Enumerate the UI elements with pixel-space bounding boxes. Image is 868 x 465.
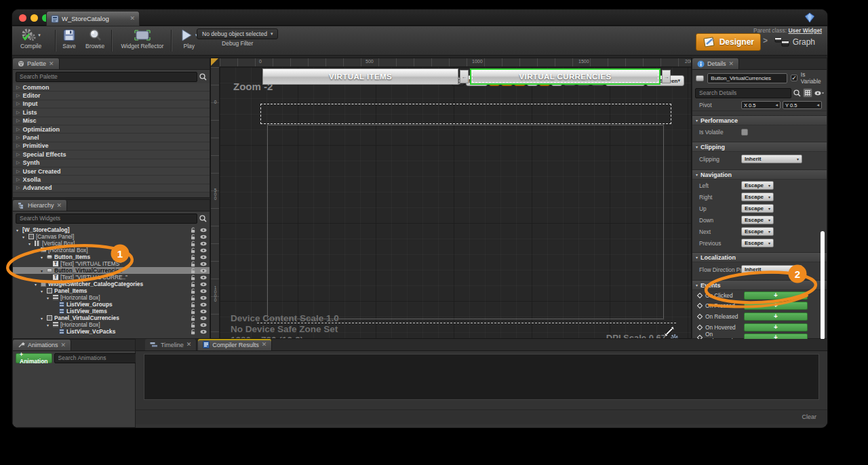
eye-icon[interactable] xyxy=(200,241,207,246)
resize-handle-icon[interactable] xyxy=(664,326,675,337)
tree-row[interactable]: ▾Button_Items xyxy=(13,254,210,260)
close-icon[interactable]: ✕ xyxy=(186,342,192,348)
expander-icon[interactable]: ▷ xyxy=(16,152,20,157)
navigation-rule-dropdown[interactable]: Escape▾ xyxy=(741,181,774,190)
add-event-button[interactable]: + xyxy=(744,323,808,331)
lock-open-icon[interactable] xyxy=(191,261,196,267)
tab-timeline[interactable]: Timeline ✕ xyxy=(145,339,197,350)
virtual-currencies-button-widget[interactable]: VIRTUAL CURRENCIES xyxy=(470,68,660,85)
add-event-button[interactable]: + xyxy=(744,312,808,321)
palette-category[interactable]: ▷Input xyxy=(13,100,210,108)
eye-icon[interactable] xyxy=(200,302,207,307)
eye-icon[interactable] xyxy=(200,309,207,314)
eye-icon[interactable] xyxy=(200,268,207,273)
lock-open-icon[interactable] xyxy=(191,234,196,240)
eye-icon[interactable] xyxy=(200,235,207,239)
expander-icon[interactable]: ▾ xyxy=(47,296,51,300)
eye-icon[interactable] xyxy=(200,316,207,321)
lock-open-icon[interactable] xyxy=(191,308,196,315)
expander-icon[interactable]: ▷ xyxy=(16,85,20,90)
close-icon[interactable]: ✕ xyxy=(57,203,62,209)
tree-row[interactable]: ▾[Canvas Panel] xyxy=(13,233,210,240)
tab-palette[interactable]: Palette ✕ xyxy=(13,58,60,69)
close-icon[interactable]: ✕ xyxy=(729,61,734,67)
lock-open-icon[interactable] xyxy=(191,315,196,321)
expander-icon[interactable]: ▾ xyxy=(22,235,26,239)
save-button[interactable]: Save xyxy=(62,28,76,49)
tree-row[interactable]: T[Text] "VIRTUAL CURRE.." xyxy=(13,274,210,281)
palette-category[interactable]: ▷Optimization xyxy=(13,125,210,134)
add-event-button[interactable]: + xyxy=(744,291,808,300)
lock-open-icon[interactable] xyxy=(191,322,196,328)
expander-icon[interactable]: ▷ xyxy=(16,93,20,98)
expander-icon[interactable]: ▾ xyxy=(41,289,45,294)
lock-open-icon[interactable] xyxy=(191,241,196,247)
hierarchy-search-input[interactable] xyxy=(16,214,197,224)
clipping-dropdown[interactable]: Inherit▾ xyxy=(741,155,802,163)
lock-open-icon[interactable] xyxy=(191,329,196,335)
tree-row[interactable]: ListView_VcPacks xyxy=(13,328,210,335)
design-surface[interactable]: Zoom -2 None▾ R 4▾ Screen Size▾ Fill Scr… xyxy=(220,67,691,338)
expander-icon[interactable]: ▷ xyxy=(16,177,20,182)
lock-open-icon[interactable] xyxy=(191,275,196,281)
lock-open-icon[interactable] xyxy=(191,295,196,301)
expander-icon[interactable]: ▷ xyxy=(16,110,20,115)
is-volatile-checkbox[interactable] xyxy=(741,129,748,136)
eye-icon[interactable] xyxy=(200,275,207,280)
expander-icon[interactable]: ▾ xyxy=(35,248,39,253)
pivot-y-field[interactable]: Y 0.5◂ xyxy=(783,101,822,109)
tree-row[interactable]: ▾[Horizontal Box] xyxy=(13,294,210,301)
lock-open-icon[interactable] xyxy=(191,227,196,233)
close-icon[interactable]: ✕ xyxy=(49,61,54,67)
is-variable-checkbox[interactable]: ✓ xyxy=(791,75,797,81)
expander-icon[interactable]: ▷ xyxy=(16,185,20,190)
add-event-button[interactable]: + xyxy=(744,302,808,310)
palette-category[interactable]: ▷Misc xyxy=(13,117,210,125)
palette-category[interactable]: ▷Primitive xyxy=(13,142,210,150)
expander-icon[interactable]: ▷ xyxy=(16,127,20,132)
tree-row[interactable]: T[Text] "VIRTUAL ITEMS" xyxy=(13,260,210,267)
designer-mode-button[interactable]: Designer xyxy=(696,33,761,51)
scroll-left-widget[interactable]: ← xyxy=(460,70,469,83)
add-animation-button[interactable]: + Animation xyxy=(16,353,52,363)
expander-icon[interactable]: ▷ xyxy=(16,101,20,106)
expander-icon[interactable]: ▷ xyxy=(16,143,20,148)
compile-button[interactable]: ▾ Compile xyxy=(20,28,41,49)
expander-icon[interactable]: ▾ xyxy=(41,316,45,321)
flow-direction-dropdown[interactable]: Inherit▾ xyxy=(741,265,802,274)
browse-button[interactable]: Browse xyxy=(85,28,104,49)
compile-options-caret[interactable]: ▾ xyxy=(38,33,41,38)
compiler-results-log[interactable] xyxy=(144,354,819,400)
expander-icon[interactable]: ▷ xyxy=(16,118,20,123)
expander-icon[interactable]: ▷ xyxy=(16,135,20,140)
animations-search-input[interactable] xyxy=(54,353,138,363)
close-icon[interactable]: ✕ xyxy=(61,342,66,348)
palette-search-input[interactable] xyxy=(16,72,197,82)
tab-compiler-results[interactable]: Compiler Results ✕ xyxy=(198,339,272,350)
eye-icon[interactable] xyxy=(200,289,207,294)
eye-icon[interactable] xyxy=(200,248,207,253)
widget-name-input[interactable] xyxy=(707,73,787,83)
property-matrix-button[interactable] xyxy=(803,88,812,98)
palette-category[interactable]: ▷User Created xyxy=(13,167,210,176)
section-localization[interactable]: ▾Localization xyxy=(692,252,827,262)
lock-open-icon[interactable] xyxy=(191,302,196,308)
tree-row[interactable]: ListView_Items xyxy=(13,308,210,315)
marketplace-gem-icon[interactable] xyxy=(804,12,815,23)
palette-category[interactable]: ▷Xsolla xyxy=(13,176,210,184)
play-button[interactable]: ▾ Play xyxy=(180,28,198,49)
tree-row[interactable]: ▾[Vertical Box] xyxy=(13,240,210,247)
section-performance[interactable]: ▾Performance xyxy=(692,115,827,125)
close-icon[interactable]: ✕ xyxy=(262,342,267,348)
clear-log-button[interactable]: Clear xyxy=(802,413,816,420)
expander-icon[interactable]: ▾ xyxy=(41,268,45,273)
expander-icon[interactable]: ▷ xyxy=(16,169,20,174)
navigation-rule-dropdown[interactable]: Escape▾ xyxy=(741,216,774,224)
eye-icon[interactable] xyxy=(200,329,207,334)
tree-row[interactable]: ▾[Horizontal Box] xyxy=(13,247,210,254)
graph-mode-button[interactable]: Graph xyxy=(774,33,815,51)
palette-category[interactable]: ▷Editor xyxy=(13,92,210,100)
expander-icon[interactable]: ▷ xyxy=(16,160,20,165)
eye-icon[interactable] xyxy=(200,323,207,327)
details-scrollbar-thumb[interactable] xyxy=(821,231,825,340)
